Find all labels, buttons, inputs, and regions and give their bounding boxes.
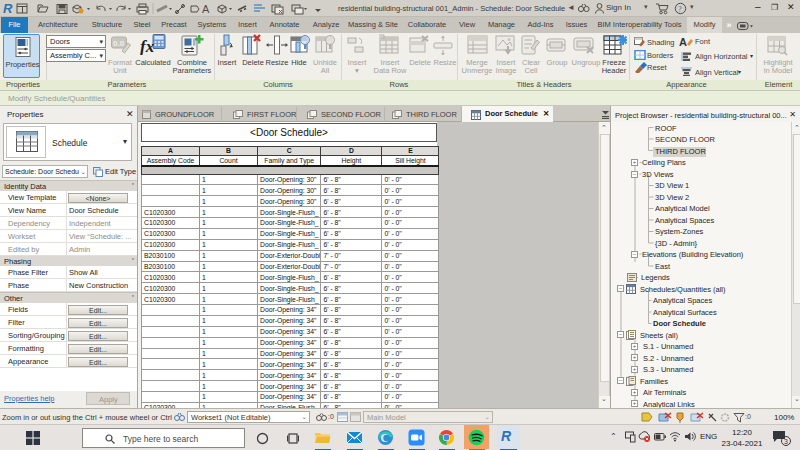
svg-text:A: A xyxy=(679,36,687,47)
svg-text:A: A xyxy=(202,3,210,15)
svg-text:fx: fx xyxy=(140,37,155,55)
svg-text:3: 3 xyxy=(784,438,788,445)
svg-text:?: ? xyxy=(678,5,682,14)
svg-text:0.0: 0.0 xyxy=(113,39,125,48)
